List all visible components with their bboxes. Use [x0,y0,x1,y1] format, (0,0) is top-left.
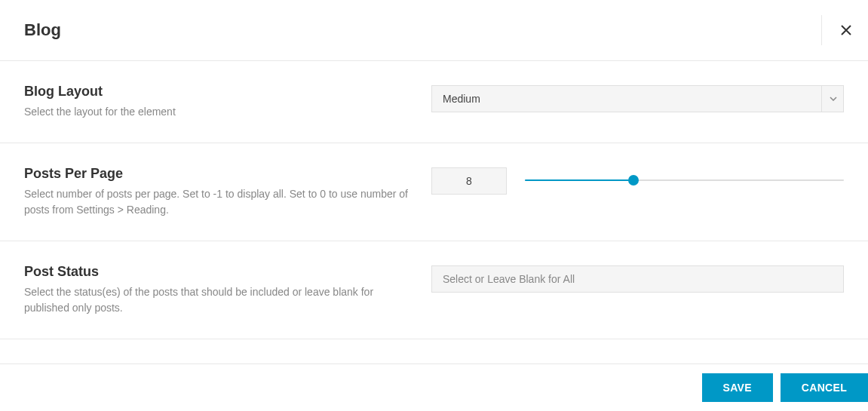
section-posts-per-page: Posts Per Page Select number of posts pe… [0,143,868,241]
section-blog-layout: Blog Layout Select the layout for the el… [0,61,868,143]
section-right: 8 [431,166,844,218]
section-title: Post Status [24,264,409,280]
modal-header: Blog [0,0,868,61]
section-right: Select or Leave Blank for All [431,264,844,316]
select-value: Medium [443,93,833,105]
section-left: Posts Per Page Select number of posts pe… [24,166,431,218]
close-icon [841,25,851,35]
section-desc: Select number of posts per page. Set to … [24,186,409,218]
blog-settings-modal: Blog Blog Layout Select the layout for t… [0,0,868,411]
chevron-down-icon [821,85,844,112]
modal-footer: Save Cancel [0,363,868,411]
modal-content[interactable]: Blog Layout Select the layout for the el… [0,61,868,363]
section-left: Post Status Select the status(es) of the… [24,264,431,316]
slider-fill [525,179,633,181]
section-title: Posts Per Page [24,166,409,182]
post-status-select[interactable]: Select or Leave Blank for All [431,265,844,293]
section-desc: Select the layout for the element [24,104,409,120]
close-button[interactable] [821,15,851,45]
posts-per-page-input[interactable]: 8 [431,167,507,195]
modal-title: Blog [24,20,61,40]
section-right: Medium [431,84,844,120]
section-title: Blog Layout [24,84,409,100]
save-button[interactable]: Save [702,373,773,402]
slider-track [525,179,844,181]
posts-per-page-slider[interactable] [525,167,844,193]
slider-thumb[interactable] [628,175,639,186]
section-post-status: Post Status Select the status(es) of the… [0,241,868,339]
blog-layout-select[interactable]: Medium [431,85,844,112]
section-left: Blog Layout Select the layout for the el… [24,84,431,120]
cancel-button[interactable]: Cancel [781,373,868,402]
section-desc: Select the status(es) of the posts that … [24,284,409,316]
